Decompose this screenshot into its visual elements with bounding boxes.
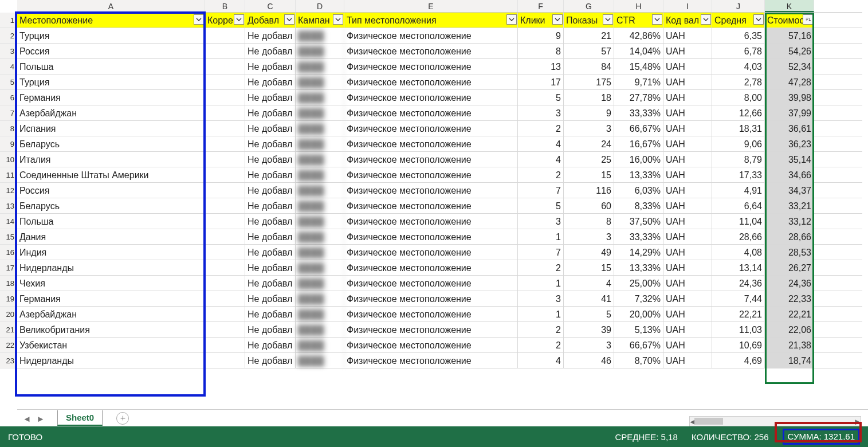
cell-currency[interactable]: UAH <box>663 229 712 244</box>
cell-impressions[interactable]: 4 <box>564 276 614 291</box>
cell-ctr[interactable]: 33,33% <box>614 229 663 244</box>
cell-avg[interactable]: 28,66 <box>712 229 765 244</box>
cell-cost[interactable]: 28,53 <box>765 245 814 260</box>
cell-location-type[interactable]: Физическое местоположение <box>344 44 518 58</box>
row-number[interactable]: 19 <box>0 291 17 307</box>
cell-location[interactable]: Азербайджан <box>17 307 205 321</box>
cell-location[interactable]: Великобритания <box>17 322 205 337</box>
cell-location[interactable]: Соединенные Штаты Америки <box>17 167 205 182</box>
cell-added[interactable]: Не добавл <box>245 353 296 368</box>
cell-correction[interactable] <box>205 105 245 120</box>
cell-impressions[interactable]: 25 <box>564 152 614 167</box>
cell-correction[interactable] <box>205 121 245 136</box>
cell-location-type[interactable]: Физическое местоположение <box>344 28 518 43</box>
cell-added[interactable]: Не добавл <box>245 245 296 260</box>
row-number[interactable]: 13 <box>0 198 17 214</box>
cell-cost[interactable]: 37,99 <box>765 105 814 120</box>
header-cell-correction[interactable]: Коррек <box>205 13 245 28</box>
cell-avg[interactable]: 4,91 <box>712 183 765 198</box>
cell-campaign[interactable]: ████ <box>296 121 344 136</box>
horizontal-scrollbar[interactable]: ◄ ► <box>689 416 861 426</box>
cell-location-type[interactable]: Физическое местоположение <box>344 152 518 167</box>
cell-location[interactable]: Испания <box>17 121 205 136</box>
cell-campaign[interactable]: ████ <box>296 28 344 43</box>
cell-campaign[interactable]: ████ <box>296 260 344 275</box>
cell-impressions[interactable]: 8 <box>564 214 614 229</box>
cell-added[interactable]: Не добавл <box>245 276 296 291</box>
cell-added[interactable]: Не добавл <box>245 105 296 120</box>
cell-clicks[interactable]: 5 <box>518 198 564 213</box>
filter-button[interactable] <box>284 14 294 25</box>
row-number[interactable]: 4 <box>0 59 17 74</box>
cell-location[interactable]: Нидерланды <box>17 353 205 368</box>
cell-campaign[interactable]: ████ <box>296 322 344 337</box>
cell-cost[interactable]: 34,66 <box>765 167 814 182</box>
cell-ctr[interactable]: 8,70% <box>614 353 663 368</box>
cell-location[interactable]: Польша <box>17 59 205 74</box>
cell-campaign[interactable]: ████ <box>296 338 344 352</box>
cell-clicks[interactable]: 2 <box>518 338 564 352</box>
cell-added[interactable]: Не добавл <box>245 307 296 321</box>
cell-location[interactable]: Азербайджан <box>17 105 205 120</box>
cell-impressions[interactable]: 49 <box>564 245 614 260</box>
cell-location-type[interactable]: Физическое местоположение <box>344 260 518 275</box>
cell-location-type[interactable]: Физическое местоположение <box>344 167 518 182</box>
row-number[interactable]: 10 <box>0 152 17 167</box>
cell-correction[interactable] <box>205 338 245 352</box>
cell-clicks[interactable]: 5 <box>518 90 564 105</box>
header-cell-location[interactable]: Местоположение <box>17 13 205 28</box>
scroll-thumb[interactable] <box>694 418 723 425</box>
cell-location[interactable]: Чехия <box>17 276 205 291</box>
filter-button[interactable] <box>603 14 613 25</box>
cell-location-type[interactable]: Физическое местоположение <box>344 322 518 337</box>
scroll-right-icon[interactable]: ► <box>854 417 862 425</box>
cell-currency[interactable]: UAH <box>663 44 712 58</box>
cell-clicks[interactable]: 17 <box>518 74 564 89</box>
cell-location-type[interactable]: Физическое местоположение <box>344 74 518 89</box>
cell-currency[interactable]: UAH <box>663 322 712 337</box>
cell-cost[interactable]: 22,21 <box>765 307 814 321</box>
cell-location-type[interactable]: Физическое местоположение <box>344 183 518 198</box>
cell-impressions[interactable]: 3 <box>564 229 614 244</box>
cell-location[interactable]: Беларусь <box>17 136 205 151</box>
cell-clicks[interactable]: 4 <box>518 136 564 151</box>
cell-campaign[interactable]: ████ <box>296 245 344 260</box>
cell-avg[interactable]: 13,14 <box>712 260 765 275</box>
cell-ctr[interactable]: 27,78% <box>614 90 663 105</box>
cell-location-type[interactable]: Физическое местоположение <box>344 353 518 368</box>
cell-clicks[interactable]: 9 <box>518 28 564 43</box>
row-number[interactable]: 11 <box>0 167 17 183</box>
cell-added[interactable]: Не добавл <box>245 338 296 352</box>
header-cell-impressions[interactable]: Показы <box>564 13 614 28</box>
cell-ctr[interactable]: 14,29% <box>614 245 663 260</box>
cell-location-type[interactable]: Физическое местоположение <box>344 105 518 120</box>
sheet-nav-next-icon[interactable]: ► <box>36 413 46 424</box>
cell-added[interactable]: Не добавл <box>245 260 296 275</box>
cell-campaign[interactable]: ████ <box>296 59 344 74</box>
cell-cost[interactable]: 39,98 <box>765 90 814 105</box>
cell-cost[interactable]: 22,33 <box>765 291 814 306</box>
cell-impressions[interactable]: 57 <box>564 44 614 58</box>
cell-location[interactable]: Турция <box>17 74 205 89</box>
row-number[interactable]: 9 <box>0 136 17 152</box>
cell-ctr[interactable]: 16,67% <box>614 136 663 151</box>
cell-campaign[interactable]: ████ <box>296 74 344 89</box>
cell-clicks[interactable]: 2 <box>518 260 564 275</box>
header-cell-added[interactable]: Добавл <box>245 13 296 28</box>
cell-correction[interactable] <box>205 152 245 167</box>
cell-cost[interactable]: 26,27 <box>765 260 814 275</box>
row-number[interactable]: 23 <box>0 353 17 368</box>
cell-location[interactable]: Турция <box>17 28 205 43</box>
cell-impressions[interactable]: 15 <box>564 167 614 182</box>
cell-location-type[interactable]: Физическое местоположение <box>344 291 518 306</box>
cell-correction[interactable] <box>205 74 245 89</box>
cell-avg[interactable]: 8,00 <box>712 90 765 105</box>
cell-location-type[interactable]: Физическое местоположение <box>344 198 518 213</box>
cell-currency[interactable]: UAH <box>663 152 712 167</box>
cell-avg[interactable]: 18,31 <box>712 121 765 136</box>
cell-correction[interactable] <box>205 291 245 306</box>
cell-currency[interactable]: UAH <box>663 291 712 306</box>
cell-impressions[interactable]: 46 <box>564 353 614 368</box>
cell-cost[interactable]: 35,14 <box>765 152 814 167</box>
cell-cost[interactable]: 22,06 <box>765 322 814 337</box>
